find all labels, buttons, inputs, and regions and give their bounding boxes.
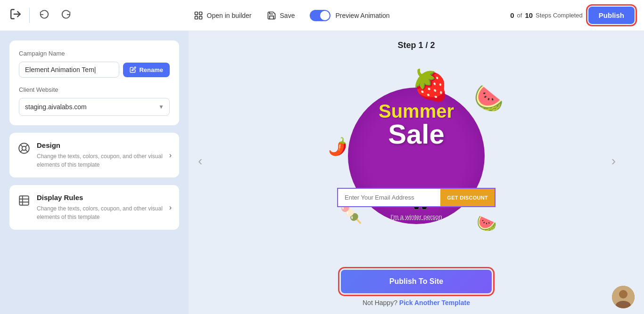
topbar-divider: [29, 8, 30, 23]
svg-rect-1: [195, 12, 198, 15]
display-rules-content: Display Rules Change the texts, colors, …: [37, 193, 171, 221]
open-in-builder-button[interactable]: Open in builder: [194, 11, 252, 20]
sidebar: Campaign Name Rename Client Website stag…: [0, 31, 189, 314]
bottom-actions: Publish To Site Not Happy? Pick Another …: [341, 270, 492, 306]
topbar-left: [9, 7, 73, 24]
display-rules-chevron-icon: ›: [169, 203, 172, 212]
svg-line-7: [20, 145, 23, 147]
step-label: Step 1 / 2: [397, 40, 435, 50]
strawberry-icon: 🍓: [412, 68, 449, 103]
pepper-icon: 🌶️: [326, 136, 349, 158]
exit-icon[interactable]: [9, 8, 22, 23]
svg-rect-4: [199, 16, 202, 19]
topbar-right: 0 of 10 Steps Completed Publish: [510, 7, 635, 24]
topbar-center: Open in builder Save Preview Animation: [81, 10, 503, 21]
preview-animation-toggle[interactable]: [310, 10, 330, 21]
preview-animation-label: Preview Animation: [335, 12, 389, 19]
preview-animation-toggle-group: Preview Animation: [310, 10, 389, 21]
svg-rect-11: [19, 196, 29, 205]
steps-of: of: [517, 12, 522, 19]
svg-line-10: [20, 150, 23, 152]
display-rules-card[interactable]: Display Rules Change the texts, colors, …: [9, 185, 179, 230]
winter-person-text: I'm a winter person: [390, 213, 442, 220]
steps-info: 0 of 10 Steps Completed: [510, 11, 583, 19]
design-content: Design Change the texts, colors, coupon,…: [37, 141, 171, 169]
redo-button[interactable]: [59, 7, 73, 24]
client-website-label: Client Website: [19, 86, 170, 93]
preview-area: Step 1 / 2 ‹ 🍓 🍉 🌶️ 🕶️ 🍡 🍉: [189, 31, 644, 314]
rename-button[interactable]: Rename: [123, 63, 170, 77]
publish-button[interactable]: Publish: [588, 7, 635, 24]
save-label: Save: [280, 12, 295, 19]
client-website-select-wrap: staging.aivalabs.com ▼: [19, 98, 170, 116]
avatar[interactable]: [612, 286, 635, 308]
get-discount-button[interactable]: GET DISCOUNT: [440, 189, 495, 206]
design-card[interactable]: Design Change the texts, colors, coupon,…: [9, 133, 179, 177]
watermelon-right-icon: 🍉: [470, 81, 507, 117]
campaign-input-row: Rename: [19, 62, 170, 78]
next-arrow-button[interactable]: ›: [602, 149, 625, 173]
svg-line-8: [25, 150, 28, 152]
popup-email-input[interactable]: [338, 189, 440, 206]
steps-completed-label: Steps Completed: [536, 12, 583, 19]
popup-email-row: GET DISCOUNT: [337, 188, 495, 207]
not-happy-label: Not Happy?: [363, 299, 397, 306]
watermelon-bottom-icon: 🍉: [477, 214, 496, 233]
display-rules-desc: Change the texts, colors, coupon, and ot…: [37, 204, 171, 221]
pick-another-link[interactable]: Pick Another Template: [399, 299, 470, 306]
display-rules-title: Display Rules: [37, 193, 171, 201]
client-website-select[interactable]: staging.aivalabs.com: [19, 98, 170, 116]
design-chevron-icon: ›: [169, 151, 172, 160]
steps-current: 0: [510, 11, 514, 19]
svg-point-13: [619, 290, 627, 298]
avatar-image: [612, 286, 635, 308]
summer-text: Summer: [379, 102, 454, 121]
svg-rect-2: [199, 12, 202, 15]
campaign-name-card: Campaign Name Rename Client Website stag…: [9, 40, 179, 125]
topbar: Open in builder Save Preview Animation 0…: [0, 0, 644, 31]
design-title: Design: [37, 141, 171, 149]
open-in-builder-label: Open in builder: [207, 12, 252, 19]
campaign-name-label: Campaign Name: [19, 50, 170, 57]
design-desc: Change the texts, colors, coupon, and ot…: [37, 152, 171, 169]
prev-arrow-button[interactable]: ‹: [189, 149, 212, 173]
steps-total: 10: [525, 11, 533, 19]
preview-frame: ‹ 🍓 🍉 🌶️ 🕶️ 🍡 🍉 Summer: [189, 60, 644, 262]
display-rules-icon: [18, 194, 30, 209]
design-icon: [18, 142, 30, 157]
svg-rect-3: [195, 16, 198, 19]
not-happy-text: Not Happy? Pick Another Template: [363, 299, 470, 306]
publish-to-site-button[interactable]: Publish To Site: [341, 270, 492, 293]
rename-label: Rename: [139, 66, 163, 73]
svg-line-9: [25, 145, 28, 147]
save-button[interactable]: Save: [267, 11, 295, 20]
popup-sale-text: Summer Sale: [379, 102, 454, 148]
popup-preview-container: 🍓 🍉 🌶️ 🕶️ 🍡 🍉 Summer Sale: [327, 81, 506, 241]
main-content: Campaign Name Rename Client Website stag…: [0, 31, 644, 314]
sale-text: Sale: [379, 121, 454, 148]
undo-button[interactable]: [37, 7, 51, 24]
campaign-name-input[interactable]: [19, 62, 119, 78]
